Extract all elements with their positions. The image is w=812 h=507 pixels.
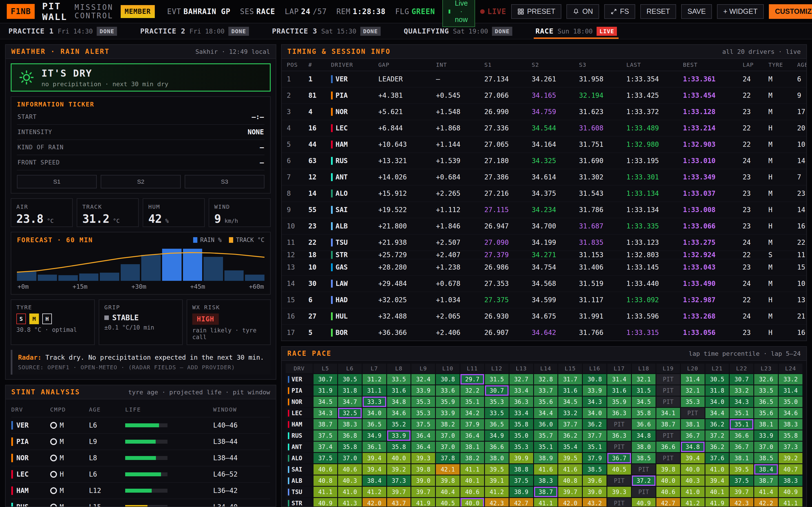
compound-letter: M [60,438,64,446]
heatmap-cell: 34.8 [681,442,705,452]
heatmap-driver-ver: VER [286,374,313,385]
team-color-bar [288,455,289,462]
heatmap-cell: 38.7 [534,487,558,497]
lap-count: 22 [743,251,768,259]
sector2: 34.614 [532,173,579,181]
compound-ring-icon [50,455,57,461]
lap-count: 23 [743,108,768,116]
preset-button[interactable]: PRESET [511,4,561,19]
car-number: 10 [308,263,331,271]
tyre-compound: M [768,263,797,271]
sector-button-s3[interactable]: S3 [185,175,264,188]
live-now-button[interactable]: Live · now [442,0,475,27]
heatmap-cell: 38.3 [779,419,802,430]
sector1: 27.066 [485,92,532,100]
heatmap-cell: 33.2 [779,374,802,385]
timing-row-rus[interactable]: 663RUS+13.321+1.53927.18034.32531.6901:3… [282,153,806,169]
sector-button-s1[interactable]: S1 [17,175,97,188]
sector1: 26.930 [485,313,532,320]
weather-panel: WEATHER · RAIN ALERT Sakhir · 12:49 loca… [5,44,276,380]
tab-qualifying[interactable]: QUALIFYINGSat 19:00DONE [402,23,514,39]
sector3: 31.835 [579,238,626,246]
timing-row-sai[interactable]: 955SAI+19.522+1.11227.11534.23431.7861:3… [282,202,806,218]
stint-driver: RUS [11,503,50,506]
heatmap-cell: 36.7 [730,442,753,452]
timing-row-lec[interactable]: 416LEC+6.844+1.86827.33634.54431.6081:33… [282,120,806,136]
tab-practice-2[interactable]: PRACTICE 2Fri 18:00DONE [139,23,250,39]
timing-row-str[interactable]: 1218STR+25.729+2.40727.37934.27131.1531:… [282,251,806,260]
timing-row-alo[interactable]: 814ALO+15.912+2.26527.21634.37531.5431:3… [282,186,806,202]
heatmap-cell: 30.7 [313,374,337,385]
stint-row-lec[interactable]: LECHL6L46–52 [11,466,270,482]
customize-button[interactable]: CUSTOMIZE [769,4,812,19]
stint-row-rus[interactable]: RUSML15L34–40 [11,499,270,506]
timing-row-had[interactable]: 156HAD+32.025+1.03427.37534.59931.1171:3… [282,292,806,308]
timing-row-tsu[interactable]: 1122TSU+21.938+2.50727.09034.19931.8351:… [282,235,806,251]
gap: +13.321 [378,157,436,165]
driver-code: HAM [331,140,378,149]
timing-row-hul[interactable]: 1627HUL+32.488+2.06526.93034.67531.9911:… [282,308,806,325]
timing-col-header: S3 [579,61,626,68]
stint-row-ver[interactable]: VERML6L40–46 [11,417,270,433]
metric-value: 31.2 °C [82,212,133,225]
tyre-compound: H [768,173,797,181]
life-bar-fill [125,489,152,493]
heatmap-cell: 40.9 [779,487,802,497]
stint-row-nor[interactable]: NORML8L38–44 [11,450,270,466]
team-color-bar [331,140,333,149]
car-number: 5 [308,329,331,337]
timing-row-ver[interactable]: 11VERLEADER–27.13434.26131.9581:33.3541:… [282,71,806,88]
save-button[interactable]: SAVE [681,4,712,19]
timing-row-law[interactable]: 1430LAW+29.484+0.67827.35334.56831.5191:… [282,276,806,292]
stint-row-pia[interactable]: PIAML9L38–44 [11,433,270,450]
sector2: 34.164 [532,140,579,149]
interval: +1.548 [436,108,485,116]
team-color-bar [331,108,333,116]
heatmap-cell: 33.2 [558,408,582,418]
alerts-toggle-button[interactable]: ON [566,4,599,19]
sector-button-s2[interactable]: S2 [101,175,181,188]
ticker-label: START [17,114,37,120]
interval: +0.684 [436,173,485,181]
heatmap-cell: 30.7 [485,385,509,396]
heatmap-cell: 35.6 [754,408,778,418]
heatmap-cell: PIT [656,453,680,463]
heatmap-lap-header: L10 [436,363,460,373]
reset-button[interactable]: RESET [640,4,676,19]
tab-practice-3[interactable]: PRACTICE 3Sat 15:30DONE [270,23,382,39]
interval: +2.507 [436,238,485,246]
lap-count: 23 [743,206,768,214]
life-bar [125,456,167,460]
heatmap-lap-header: L13 [509,363,533,373]
tab-race[interactable]: RACESun 18:00LIVE [534,23,619,39]
heatmap-cell: 41.9 [705,498,729,506]
heatmap-cell: 39.7 [387,487,411,497]
timing-row-bor[interactable]: 175BOR+36.366+2.40626.90734.64231.7661:3… [282,325,806,341]
tab-practice-1[interactable]: PRACTICE 1Fri 14:30DONE [7,23,119,39]
life-bar-fill [125,472,161,476]
interval: +0.678 [436,280,485,288]
timing-row-gas[interactable]: 1310GAS+28.280+1.23826.98634.75431.4061:… [282,260,806,276]
timing-row-ham[interactable]: 544HAM+10.643+1.14427.06534.16431.7511:3… [282,136,806,153]
fullscreen-button[interactable]: FS [604,4,635,19]
ticker-row: INTENSITYNONE [17,125,264,140]
timing-row-ant[interactable]: 712ANT+14.026+0.68427.38634.61431.3021:3… [282,169,806,186]
compound-ring-icon [50,422,57,429]
timing-row-nor[interactable]: 34NOR+5.621+1.54826.99034.75931.6231:33.… [282,104,806,120]
team-color-bar [288,466,289,473]
life-bar-fill [125,424,159,427]
timing-panel-subtitle: all 20 drivers · live [722,48,801,55]
heatmap-cell: 38.4 [363,475,386,486]
last-lap: 1:33.354 [626,75,683,83]
stint-row-ham[interactable]: HAMML12L36–42 [11,482,270,499]
heatmap-cell: 40.8 [558,475,582,486]
add-widget-button[interactable]: + WIDGET [717,4,764,19]
heatmap-cell: 32.2 [460,385,484,396]
car-number: 27 [308,313,331,320]
last-lap: 1:33.440 [626,280,683,288]
position: 12 [287,251,308,259]
timing-row-alb[interactable]: 1023ALB+21.800+1.84626.94734.70031.6871:… [282,218,806,235]
timing-row-pia[interactable]: 281PIA+4.381+0.54527.06634.16532.1941:33… [282,88,806,104]
tab-time: Sat 15:30 [321,27,356,35]
team-color-bar [288,432,289,439]
